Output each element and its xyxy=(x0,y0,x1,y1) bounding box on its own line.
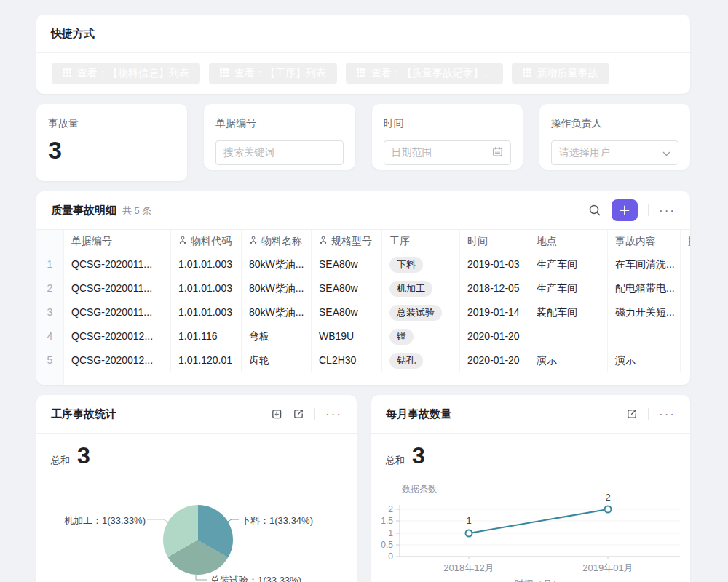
filter-row: 事故量 3 单据编号 搜索关键词 时间 日期范围 操作负责人 请选择用户 xyxy=(36,104,690,181)
line-card-title: 每月事故数量 xyxy=(386,407,451,421)
cell-material-code: 1.01.01.003 xyxy=(171,252,242,276)
cell-content: 配电箱带电... xyxy=(608,276,681,300)
cell-spec: SEA80w xyxy=(312,300,382,324)
more-icon[interactable]: ··· xyxy=(659,204,676,217)
grid-icon xyxy=(220,68,229,79)
process-tag: 总装试验 xyxy=(389,305,442,321)
x-tick: 2018年12月 xyxy=(443,562,494,573)
table-header-row: 单据编号 物料代码 物料名称 规格型号 工序 时间 地点 事故内容 操作负责人 xyxy=(36,230,690,252)
add-record-button[interactable] xyxy=(612,199,638,221)
cell-doc-no: QCSG-2020011... xyxy=(64,276,171,300)
operator-placeholder: 请选择用户 xyxy=(559,146,610,159)
cell-content xyxy=(608,324,681,348)
linked-field-icon xyxy=(319,230,328,252)
table-row-partial xyxy=(36,372,690,385)
shortcut-button-label: 查看：【物料信息】列表 xyxy=(77,67,189,80)
doc-no-label: 单据编号 xyxy=(215,117,343,130)
cell-process: 钻孔 xyxy=(382,348,460,372)
shortcut-button-quality-records[interactable]: 查看：【质量事故记录】... xyxy=(345,62,504,85)
metric-card: 事故量 3 xyxy=(36,104,187,181)
shortcut-button-new-accident[interactable]: 新增质量事故 xyxy=(511,62,610,85)
cell-doc-no: QCSG-2020012... xyxy=(64,348,171,372)
cell-spec: SEA80w xyxy=(312,276,382,300)
shortcut-buttons-row: 查看：【物料信息】列表 查看：【工序】列表 查看：【质量事故记录】... 新增质… xyxy=(36,53,690,94)
pie-chart[interactable] xyxy=(163,505,233,575)
charts-row: 工序事故统计 ··· 总和 3 xyxy=(36,395,690,582)
table-row[interactable]: 5 QCSG-2020012... 1.01.120.01 齿轮 CL2H30 … xyxy=(36,348,690,372)
cell-material-name: 80kW柴油... xyxy=(242,300,312,324)
cell-process: 下料 xyxy=(382,252,460,276)
cell-place: 装配车间 xyxy=(529,300,608,324)
cell-spec: WB19U xyxy=(312,324,382,348)
shortcut-button-material-list[interactable]: 查看：【物料信息】列表 xyxy=(51,62,201,85)
line-chart-area: 总和 3 数据条数 xyxy=(371,434,690,582)
pie-chart-area: 总和 3 机加工：1(33.33%) 下料：1(33.34%) 总装试验：1(3… xyxy=(36,434,357,582)
y-tick: 2 xyxy=(388,504,393,514)
table-row[interactable]: 4 QCSG-2020012... 1.01.116 弯板 WB19U 镗 20… xyxy=(36,324,690,348)
cell-material-name: 80kW柴油... xyxy=(242,252,312,276)
y-tick: 1 xyxy=(388,528,393,538)
doc-no-search-input[interactable]: 搜索关键词 xyxy=(215,140,343,165)
cell-time: 2020-01-20 xyxy=(460,324,529,348)
expand-icon[interactable] xyxy=(626,408,638,420)
y-tick: 0.5 xyxy=(381,540,393,550)
date-range-input[interactable]: 日期范围 xyxy=(384,140,511,165)
pie-label-assembly-test: 总装试验：1(33.33%) xyxy=(210,574,301,582)
cell-time: 2018-12-05 xyxy=(460,276,529,300)
cell-material-name: 弯板 xyxy=(242,324,312,348)
column-header-material-code: 物料代码 xyxy=(171,230,242,252)
search-icon[interactable] xyxy=(588,204,601,217)
column-header-time: 时间 xyxy=(460,230,529,252)
operator-label: 操作负责人 xyxy=(551,117,678,130)
download-icon[interactable] xyxy=(271,408,282,420)
grid-icon xyxy=(523,68,531,79)
more-icon[interactable]: ··· xyxy=(659,408,676,420)
row-number-header xyxy=(36,230,64,252)
process-tag: 钻孔 xyxy=(389,353,423,369)
series-line xyxy=(469,509,608,533)
linked-field-icon xyxy=(178,230,187,252)
cell-material-name: 齿轮 xyxy=(242,348,312,372)
row-number: 2 xyxy=(36,276,64,300)
shortcut-button-process-list[interactable]: 查看：【工序】列表 xyxy=(208,62,338,85)
chevron-down-icon xyxy=(662,146,670,159)
data-label: 2 xyxy=(605,492,610,503)
y-tick: 0 xyxy=(388,551,393,562)
row-number: 3 xyxy=(36,300,64,324)
cell-content: 磁力开关短... xyxy=(608,300,681,324)
table-row[interactable]: 1 QCSG-2020011... 1.01.01.003 80kW柴油... … xyxy=(36,252,690,276)
shortcuts-card: 快捷方式 查看：【物料信息】列表 查看：【工序】列表 查看：【质量事故记录】..… xyxy=(36,15,690,94)
column-header-material-name: 物料名称 xyxy=(242,230,312,252)
metric-label: 事故量 xyxy=(48,117,175,130)
process-stats-card: 工序事故统计 ··· 总和 3 xyxy=(36,395,357,582)
pie-label-blanking: 下料：1(33.34%) xyxy=(241,514,313,527)
shortcut-button-label: 查看：【质量事故记录】... xyxy=(371,67,492,80)
operator-filter-card: 操作负责人 请选择用户 xyxy=(539,104,690,170)
cell-place: 生产车间 xyxy=(529,252,608,276)
line-total: 总和 3 xyxy=(386,444,425,467)
table-row[interactable]: 2 QCSG-2020011... 1.01.01.003 80kW柴油... … xyxy=(36,276,690,300)
cell-place xyxy=(529,324,608,348)
data-point xyxy=(605,506,612,513)
operator-select[interactable]: 请选择用户 xyxy=(551,140,678,165)
y-tick: 1.5 xyxy=(381,516,393,526)
expand-icon[interactable] xyxy=(293,408,304,420)
cell-content: 在车间清洗... xyxy=(608,252,681,276)
time-filter-card: 时间 日期范围 xyxy=(372,104,523,170)
dashboard-page: 快捷方式 查看：【物料信息】列表 查看：【工序】列表 查看：【质量事故记录】..… xyxy=(0,0,728,582)
divider xyxy=(648,408,649,420)
shortcut-button-label: 新增质量事故 xyxy=(537,67,598,80)
x-tick: 2019年01月 xyxy=(582,562,633,573)
table-title: 质量事故明细 xyxy=(51,204,116,218)
row-number: 5 xyxy=(36,348,64,372)
grid-icon xyxy=(63,68,71,79)
data-label: 1 xyxy=(466,515,471,526)
column-header-process: 工序 xyxy=(382,230,460,252)
time-label: 时间 xyxy=(384,117,511,130)
calendar-icon xyxy=(492,146,503,160)
process-tag: 下料 xyxy=(389,257,423,273)
column-header-operator: 操作负责人 xyxy=(681,230,690,252)
more-icon[interactable]: ··· xyxy=(325,408,342,420)
y-axis-title: 数据条数 xyxy=(402,484,437,494)
table-row[interactable]: 3 QCSG-2020011... 1.01.01.003 80kW柴油... … xyxy=(36,300,690,324)
